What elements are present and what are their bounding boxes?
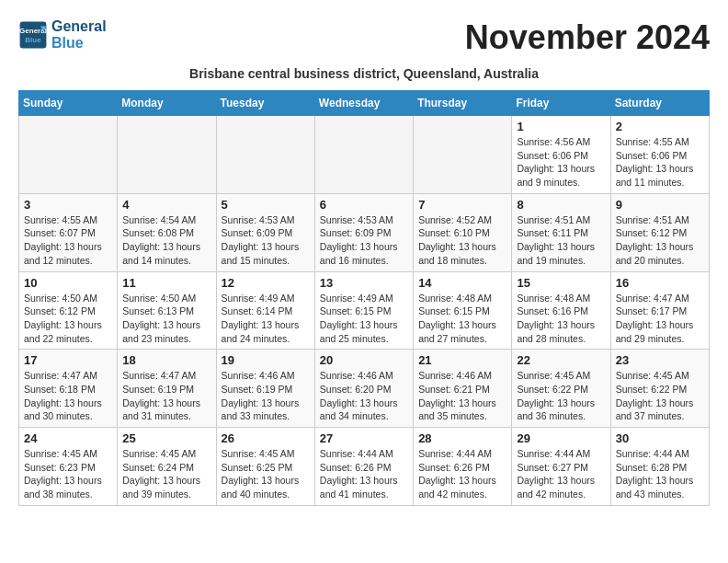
day-info: Sunrise: 4:47 AMSunset: 6:18 PMDaylight:… bbox=[24, 369, 112, 423]
week-row-3: 10Sunrise: 4:50 AMSunset: 6:12 PMDayligh… bbox=[19, 271, 710, 350]
day-info: Sunrise: 4:44 AMSunset: 6:26 PMDaylight:… bbox=[418, 447, 506, 501]
weekday-header-friday: Friday bbox=[512, 91, 610, 116]
day-info: Sunrise: 4:53 AMSunset: 6:09 PMDaylight:… bbox=[320, 213, 408, 268]
day-info: Sunrise: 4:44 AMSunset: 6:26 PMDaylight:… bbox=[320, 447, 408, 501]
day-number: 16 bbox=[616, 276, 704, 290]
day-cell: 27Sunrise: 4:44 AMSunset: 6:26 PMDayligh… bbox=[314, 428, 413, 506]
day-info: Sunrise: 4:50 AMSunset: 6:12 PMDaylight:… bbox=[24, 292, 112, 346]
day-cell: 15Sunrise: 4:48 AMSunset: 6:16 PMDayligh… bbox=[512, 271, 610, 350]
day-info: Sunrise: 4:55 AMSunset: 6:06 PMDaylight:… bbox=[616, 135, 704, 190]
day-number: 20 bbox=[320, 353, 408, 367]
day-cell bbox=[118, 116, 216, 194]
svg-text:Blue: Blue bbox=[25, 36, 41, 44]
day-cell: 28Sunrise: 4:44 AMSunset: 6:26 PMDayligh… bbox=[414, 428, 512, 506]
day-cell: 10Sunrise: 4:50 AMSunset: 6:12 PMDayligh… bbox=[19, 271, 118, 350]
day-number: 1 bbox=[517, 120, 605, 133]
day-cell: 4Sunrise: 4:54 AMSunset: 6:08 PMDaylight… bbox=[118, 193, 216, 271]
day-cell: 18Sunrise: 4:47 AMSunset: 6:19 PMDayligh… bbox=[118, 350, 216, 428]
day-info: Sunrise: 4:51 AMSunset: 6:11 PMDaylight:… bbox=[517, 213, 605, 268]
day-cell: 19Sunrise: 4:46 AMSunset: 6:19 PMDayligh… bbox=[216, 350, 314, 428]
month-title: November 2024 bbox=[465, 18, 710, 57]
day-cell: 5Sunrise: 4:53 AMSunset: 6:09 PMDaylight… bbox=[216, 193, 314, 271]
week-row-2: 3Sunrise: 4:55 AMSunset: 6:07 PMDaylight… bbox=[19, 193, 710, 271]
day-info: Sunrise: 4:53 AMSunset: 6:09 PMDaylight:… bbox=[222, 213, 310, 268]
day-info: Sunrise: 4:56 AMSunset: 6:06 PMDaylight:… bbox=[517, 135, 605, 190]
week-row-4: 17Sunrise: 4:47 AMSunset: 6:18 PMDayligh… bbox=[19, 350, 710, 428]
day-info: Sunrise: 4:45 AMSunset: 6:23 PMDaylight:… bbox=[24, 447, 112, 501]
weekday-header-row: SundayMondayTuesdayWednesdayThursdayFrid… bbox=[19, 91, 710, 116]
day-cell: 14Sunrise: 4:48 AMSunset: 6:15 PMDayligh… bbox=[414, 271, 512, 350]
day-info: Sunrise: 4:49 AMSunset: 6:15 PMDaylight:… bbox=[320, 292, 408, 346]
weekday-header-sunday: Sunday bbox=[19, 91, 118, 116]
day-number: 18 bbox=[122, 353, 210, 367]
day-info: Sunrise: 4:48 AMSunset: 6:16 PMDaylight:… bbox=[517, 292, 605, 346]
day-info: Sunrise: 4:51 AMSunset: 6:12 PMDaylight:… bbox=[616, 213, 704, 268]
day-number: 12 bbox=[222, 276, 310, 290]
day-cell: 6Sunrise: 4:53 AMSunset: 6:09 PMDaylight… bbox=[314, 193, 413, 271]
day-number: 4 bbox=[122, 198, 210, 212]
day-number: 7 bbox=[418, 198, 506, 212]
day-cell: 1Sunrise: 4:56 AMSunset: 6:06 PMDaylight… bbox=[512, 116, 610, 194]
day-number: 21 bbox=[418, 353, 506, 367]
day-cell: 25Sunrise: 4:45 AMSunset: 6:24 PMDayligh… bbox=[118, 428, 216, 506]
day-number: 28 bbox=[418, 431, 506, 445]
day-info: Sunrise: 4:50 AMSunset: 6:13 PMDaylight:… bbox=[122, 292, 210, 346]
day-cell bbox=[314, 116, 413, 194]
day-cell: 30Sunrise: 4:44 AMSunset: 6:28 PMDayligh… bbox=[610, 428, 709, 506]
day-cell: 22Sunrise: 4:45 AMSunset: 6:22 PMDayligh… bbox=[512, 350, 610, 428]
day-number: 9 bbox=[616, 198, 704, 212]
day-cell: 21Sunrise: 4:46 AMSunset: 6:21 PMDayligh… bbox=[414, 350, 512, 428]
weekday-header-monday: Monday bbox=[118, 91, 216, 116]
day-info: Sunrise: 4:45 AMSunset: 6:24 PMDaylight:… bbox=[122, 447, 210, 501]
day-info: Sunrise: 4:55 AMSunset: 6:07 PMDaylight:… bbox=[24, 213, 112, 268]
day-number: 2 bbox=[616, 120, 704, 133]
day-info: Sunrise: 4:49 AMSunset: 6:14 PMDaylight:… bbox=[222, 292, 310, 346]
day-number: 11 bbox=[122, 276, 210, 290]
weekday-header-thursday: Thursday bbox=[414, 91, 512, 116]
day-number: 17 bbox=[24, 353, 112, 367]
day-info: Sunrise: 4:44 AMSunset: 6:27 PMDaylight:… bbox=[517, 447, 605, 501]
day-info: Sunrise: 4:45 AMSunset: 6:22 PMDaylight:… bbox=[517, 369, 605, 423]
day-number: 29 bbox=[517, 431, 605, 445]
day-info: Sunrise: 4:46 AMSunset: 6:19 PMDaylight:… bbox=[222, 369, 310, 423]
day-number: 26 bbox=[222, 431, 310, 445]
day-info: Sunrise: 4:48 AMSunset: 6:15 PMDaylight:… bbox=[418, 292, 506, 346]
day-cell: 29Sunrise: 4:44 AMSunset: 6:27 PMDayligh… bbox=[512, 428, 610, 506]
day-number: 24 bbox=[24, 431, 112, 445]
day-number: 25 bbox=[122, 431, 210, 445]
weekday-header-tuesday: Tuesday bbox=[216, 91, 314, 116]
day-cell: 20Sunrise: 4:46 AMSunset: 6:20 PMDayligh… bbox=[314, 350, 413, 428]
day-number: 13 bbox=[320, 276, 408, 290]
day-number: 6 bbox=[320, 198, 408, 212]
day-number: 5 bbox=[222, 198, 310, 212]
calendar-table: SundayMondayTuesdayWednesdayThursdayFrid… bbox=[18, 90, 710, 506]
day-cell bbox=[216, 116, 314, 194]
day-cell: 26Sunrise: 4:45 AMSunset: 6:25 PMDayligh… bbox=[216, 428, 314, 506]
day-info: Sunrise: 4:45 AMSunset: 6:22 PMDaylight:… bbox=[616, 369, 704, 423]
day-cell: 11Sunrise: 4:50 AMSunset: 6:13 PMDayligh… bbox=[118, 271, 216, 350]
logo-icon: General Blue bbox=[18, 20, 48, 50]
day-cell bbox=[414, 116, 512, 194]
day-cell bbox=[19, 116, 118, 194]
day-info: Sunrise: 4:45 AMSunset: 6:25 PMDaylight:… bbox=[222, 447, 310, 501]
day-cell: 8Sunrise: 4:51 AMSunset: 6:11 PMDaylight… bbox=[512, 193, 610, 271]
day-cell: 3Sunrise: 4:55 AMSunset: 6:07 PMDaylight… bbox=[19, 193, 118, 271]
logo: General Blue General Blue bbox=[18, 18, 107, 52]
day-cell: 13Sunrise: 4:49 AMSunset: 6:15 PMDayligh… bbox=[314, 271, 413, 350]
day-info: Sunrise: 4:54 AMSunset: 6:08 PMDaylight:… bbox=[122, 213, 210, 268]
day-cell: 7Sunrise: 4:52 AMSunset: 6:10 PMDaylight… bbox=[414, 193, 512, 271]
day-number: 10 bbox=[24, 276, 112, 290]
day-number: 15 bbox=[517, 276, 605, 290]
day-info: Sunrise: 4:47 AMSunset: 6:19 PMDaylight:… bbox=[122, 369, 210, 423]
day-cell: 12Sunrise: 4:49 AMSunset: 6:14 PMDayligh… bbox=[216, 271, 314, 350]
day-info: Sunrise: 4:46 AMSunset: 6:21 PMDaylight:… bbox=[418, 369, 506, 423]
day-cell: 2Sunrise: 4:55 AMSunset: 6:06 PMDaylight… bbox=[610, 116, 709, 194]
day-number: 27 bbox=[320, 431, 408, 445]
day-cell: 9Sunrise: 4:51 AMSunset: 6:12 PMDaylight… bbox=[610, 193, 709, 271]
week-row-1: 1Sunrise: 4:56 AMSunset: 6:06 PMDaylight… bbox=[19, 116, 710, 194]
day-number: 8 bbox=[517, 198, 605, 212]
day-cell: 17Sunrise: 4:47 AMSunset: 6:18 PMDayligh… bbox=[19, 350, 118, 428]
logo-text-general: General bbox=[51, 18, 107, 35]
day-number: 3 bbox=[24, 198, 112, 212]
subtitle: Brisbane central business district, Quee… bbox=[18, 66, 710, 81]
